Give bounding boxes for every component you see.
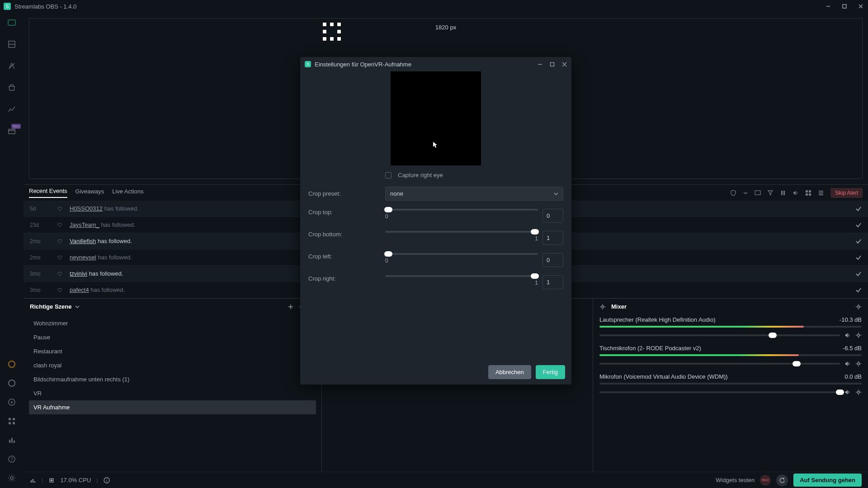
crop-top-slider[interactable] (385, 209, 538, 211)
mute-icon[interactable] (844, 332, 851, 338)
modal-app-icon: S (305, 61, 311, 67)
scene-item[interactable]: Wohnzimmer (29, 316, 316, 330)
scene-item[interactable]: VR (29, 386, 316, 400)
crop-bottom-input[interactable]: 1 (542, 231, 563, 245)
scene-collection-title[interactable]: Richtige Szene (30, 303, 71, 310)
modal-maximize-icon[interactable] (550, 62, 555, 67)
chevron-down-icon[interactable] (75, 305, 80, 309)
app-icon: S (4, 3, 11, 10)
capture-right-eye-checkbox[interactable] (385, 172, 392, 178)
screen-icon[interactable] (755, 190, 761, 196)
modal-minimize-icon[interactable] (538, 62, 542, 67)
done-button[interactable]: Fertig (536, 365, 565, 379)
track-settings-icon[interactable] (855, 332, 862, 338)
editor-icon[interactable] (7, 18, 16, 27)
record-button[interactable]: REC (760, 475, 771, 486)
tab-recent-events[interactable]: Recent Events (29, 188, 67, 198)
modal-close-icon[interactable] (562, 62, 567, 67)
crop-preset-label: Crop preset: (308, 190, 379, 197)
capture-right-eye-label: Capture right eye (398, 172, 443, 178)
event-user[interactable]: pafect4 (70, 286, 89, 293)
list-view-icon[interactable] (818, 190, 824, 196)
replay-buffer-button[interactable] (776, 474, 788, 486)
themes-icon[interactable] (7, 61, 16, 70)
crop-right-label: Crop right: (308, 275, 379, 282)
event-time: 2mo (30, 254, 52, 261)
tab-giveaways[interactable]: Giveaways (75, 188, 104, 197)
mute-icon[interactable] (844, 361, 851, 367)
crop-top-input[interactable]: 0 (542, 209, 563, 223)
chat-icon[interactable] (7, 398, 16, 407)
test-widgets-button[interactable]: Widgets testen (716, 477, 755, 483)
event-user[interactable]: Vanillefish (70, 238, 96, 244)
scene-item[interactable]: Restaurant (29, 344, 316, 358)
event-check-icon[interactable] (855, 254, 862, 261)
chevron-down-icon[interactable] (743, 190, 748, 196)
close-icon[interactable] (857, 3, 864, 10)
layout-icon[interactable] (7, 40, 16, 49)
mixer-advanced-icon[interactable] (599, 304, 606, 310)
track-settings-icon[interactable] (855, 361, 862, 367)
scene-item[interactable]: clash royal (29, 358, 316, 372)
stats-bars-icon[interactable] (30, 477, 36, 483)
dashboard-icon[interactable] (7, 105, 16, 114)
new-badge: Neu (11, 124, 21, 129)
event-user[interactable]: tzvinivi (70, 270, 87, 277)
mixer-settings-icon[interactable] (855, 304, 862, 310)
apps-icon[interactable]: Neu (7, 127, 16, 136)
help-icon[interactable]: ? (7, 455, 16, 464)
event-time: 3mo (30, 271, 52, 277)
event-user[interactable]: H0SSO0312 (70, 205, 103, 212)
crop-right-slider[interactable] (385, 275, 538, 277)
mute-icon[interactable] (844, 389, 851, 395)
settings-icon[interactable] (7, 474, 16, 483)
status-circle-2[interactable] (7, 379, 16, 388)
event-check-icon[interactable] (855, 287, 862, 293)
grid-view-icon[interactable] (805, 190, 811, 196)
audio-meter (599, 383, 862, 385)
source-settings-modal: S Einstellungen für OpenVR-Aufnahme Capt… (300, 57, 571, 385)
scene-list: WohnzimmerPauseRestaurantclash royalBild… (24, 314, 321, 472)
track-settings-icon[interactable] (855, 389, 862, 395)
stats-icon[interactable] (7, 436, 16, 445)
event-check-icon[interactable] (855, 238, 862, 244)
maximize-icon[interactable] (841, 3, 848, 10)
shield-icon[interactable] (730, 190, 736, 196)
event-user[interactable]: neyneysel (70, 254, 96, 261)
crop-right-input[interactable]: 1 (542, 275, 563, 289)
go-live-button[interactable]: Auf Sendung gehen (793, 474, 862, 487)
crop-bottom-slider[interactable] (385, 231, 538, 233)
skip-alert-button[interactable]: Skip Alert (830, 188, 863, 198)
source-handles[interactable] (322, 22, 342, 42)
volume-slider[interactable] (599, 391, 840, 393)
event-check-icon[interactable] (855, 206, 862, 212)
svg-rect-16 (11, 438, 13, 443)
minimize-icon[interactable] (825, 3, 832, 10)
event-check-icon[interactable] (855, 271, 862, 277)
volume-icon[interactable] (793, 190, 799, 196)
grid-icon[interactable] (7, 417, 16, 426)
add-scene-icon[interactable] (288, 304, 293, 310)
mixer-track: Tischmikrofon (2- RODE Podcaster v2) -6.… (593, 343, 868, 371)
crop-left-input[interactable]: 0 (542, 253, 563, 267)
window-titlebar: S Streamlabs OBS - 1.4.0 (0, 0, 868, 13)
scene-item[interactable]: Bildschirmaufnahme unten rechts (1) (29, 372, 316, 386)
crop-left-slider[interactable] (385, 253, 538, 255)
svg-rect-1 (843, 5, 846, 8)
volume-slider[interactable] (599, 334, 840, 336)
scene-item[interactable]: Pause (29, 330, 316, 344)
crop-preset-select[interactable]: none (385, 187, 563, 201)
volume-slider[interactable] (599, 363, 840, 365)
event-check-icon[interactable] (855, 222, 862, 228)
event-user[interactable]: JaysTeam_ (70, 221, 99, 228)
scene-item[interactable]: VR Aufnahme (29, 400, 316, 414)
store-icon[interactable] (7, 83, 16, 92)
status-circle-1[interactable] (7, 360, 16, 369)
filter-icon[interactable] (767, 190, 774, 196)
svg-rect-48 (551, 62, 554, 66)
pause-icon[interactable] (780, 190, 786, 196)
cancel-button[interactable]: Abbrechen (488, 365, 531, 379)
tab-live-actions[interactable]: Live Actions (112, 188, 143, 197)
event-text: has followed. (104, 205, 139, 212)
info-icon[interactable]: i (104, 477, 110, 483)
